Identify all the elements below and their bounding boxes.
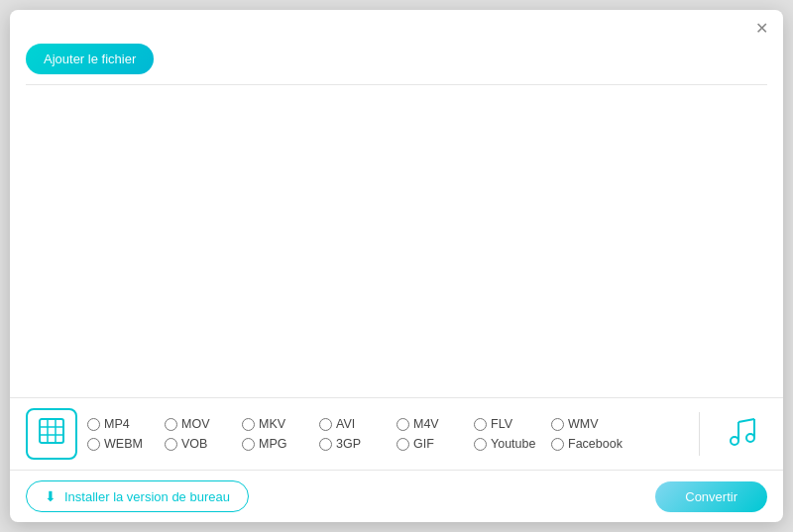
format-row-2: WEBMVOBMPG3GPGIFYoutubeFacebook xyxy=(87,437,683,451)
header-bar: Ajouter le fichier xyxy=(10,38,783,84)
title-bar: ✕ xyxy=(10,10,783,38)
main-window: ✕ Ajouter le fichier MP4MOVMKVAVIM4VFLVW… xyxy=(10,10,783,522)
format-radio-mkv[interactable] xyxy=(242,418,255,431)
svg-rect-0 xyxy=(40,419,63,443)
format-item-m4v: M4V xyxy=(396,417,468,431)
install-button[interactable]: ⬇ Installer la version de bureau xyxy=(26,480,249,512)
format-radio-mp4[interactable] xyxy=(87,418,100,431)
format-label-avi[interactable]: AVI xyxy=(336,417,355,431)
format-item-vob: VOB xyxy=(165,437,236,451)
format-label-mp4[interactable]: MP4 xyxy=(104,417,130,431)
format-radio-facebook[interactable] xyxy=(551,438,564,451)
format-item-youtube: Youtube xyxy=(474,437,545,451)
format-label-youtube[interactable]: Youtube xyxy=(491,437,535,451)
svg-point-6 xyxy=(746,434,754,442)
format-item-facebook: Facebook xyxy=(551,437,623,451)
format-label-vob[interactable]: VOB xyxy=(181,437,207,451)
format-divider xyxy=(699,412,700,456)
format-label-m4v[interactable]: M4V xyxy=(413,417,439,431)
format-radio-vob[interactable] xyxy=(165,438,177,451)
format-radio-mpg[interactable] xyxy=(242,438,255,451)
download-icon: ⬇ xyxy=(45,488,57,504)
svg-line-9 xyxy=(738,419,754,422)
format-bar: MP4MOVMKVAVIM4VFLVWMV WEBMVOBMPG3GPGIFYo… xyxy=(10,397,783,470)
format-row-1: MP4MOVMKVAVIM4VFLVWMV xyxy=(87,417,683,431)
format-item-mkv: MKV xyxy=(242,417,313,431)
format-label-mkv[interactable]: MKV xyxy=(259,417,285,431)
format-item-avi: AVI xyxy=(319,417,391,431)
format-radio-gif[interactable] xyxy=(396,438,409,451)
format-label-gif[interactable]: GIF xyxy=(413,437,434,451)
format-radio-m4v[interactable] xyxy=(396,418,409,431)
format-item-mov: MOV xyxy=(165,417,236,431)
video-icon xyxy=(38,417,65,451)
format-options: MP4MOVMKVAVIM4VFLVWMV WEBMVOBMPG3GPGIFYo… xyxy=(87,417,683,451)
format-radio-wmv[interactable] xyxy=(551,418,564,431)
format-item-3gp: 3GP xyxy=(319,437,391,451)
audio-icon-box[interactable] xyxy=(716,408,767,460)
format-label-flv[interactable]: FLV xyxy=(491,417,512,431)
format-radio-webm[interactable] xyxy=(87,438,100,451)
video-format-icon-box[interactable] xyxy=(26,408,77,460)
format-label-wmv[interactable]: WMV xyxy=(568,417,599,431)
format-label-facebook[interactable]: Facebook xyxy=(568,437,623,451)
music-icon xyxy=(725,414,758,455)
format-radio-youtube[interactable] xyxy=(474,438,487,451)
format-item-gif: GIF xyxy=(396,437,468,451)
format-item-mpg: MPG xyxy=(242,437,313,451)
footer-bar: ⬇ Installer la version de bureau Convert… xyxy=(10,470,783,522)
format-label-mpg[interactable]: MPG xyxy=(259,437,286,451)
format-item-mp4: MP4 xyxy=(87,417,159,431)
format-radio-flv[interactable] xyxy=(474,418,487,431)
svg-point-5 xyxy=(731,437,738,445)
add-file-button[interactable]: Ajouter le fichier xyxy=(26,44,154,74)
format-item-webm: WEBM xyxy=(87,437,159,451)
install-label: Installer la version de bureau xyxy=(64,489,230,504)
close-button[interactable]: ✕ xyxy=(751,18,771,38)
format-label-mov[interactable]: MOV xyxy=(181,417,209,431)
format-item-flv: FLV xyxy=(474,417,545,431)
format-label-webm[interactable]: WEBM xyxy=(104,437,143,451)
format-label-3gp[interactable]: 3GP xyxy=(336,437,361,451)
format-radio-mov[interactable] xyxy=(165,418,177,431)
drop-area[interactable] xyxy=(10,85,783,397)
format-radio-avi[interactable] xyxy=(319,418,332,431)
format-radio-3gp[interactable] xyxy=(319,438,332,451)
format-item-wmv: WMV xyxy=(551,417,623,431)
convert-button[interactable]: Convertir xyxy=(655,481,767,512)
